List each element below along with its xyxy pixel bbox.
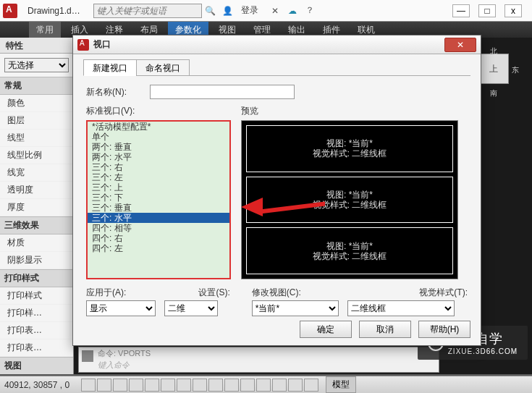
prop-row[interactable]: 线宽 [0,164,73,182]
prop-section-3d[interactable]: 三维效果 [0,216,73,234]
prop-row[interactable]: 厚度 [0,199,73,216]
app-icon[interactable] [3,4,17,18]
selection-dropdown[interactable]: 无选择 [4,58,69,72]
command-prompt: 命令: VPORTS [79,347,439,360]
window-maximize[interactable]: □ [478,4,496,17]
viewport-config-item[interactable]: 四个: 左 [88,243,229,253]
visual-style-label: 视觉样式(T): [419,287,468,299]
help-button[interactable]: 帮助(H) [418,321,470,338]
viewport-config-item[interactable]: 两个: 垂直 [88,142,229,152]
search-input[interactable] [93,4,202,18]
viewport-config-item[interactable]: 三个: 上 [88,182,229,193]
status-toggle[interactable] [113,379,127,392]
preview-style-text: 视觉样式: 二维线框 [313,148,387,159]
status-toggle[interactable] [288,379,303,392]
search-icon[interactable]: 🔍 [204,4,217,17]
coordinates: 40912, 30857 , 0 [4,380,77,390]
preview-pane[interactable]: 视图: *当前* 视觉样式: 二维线框 [246,125,453,172]
viewport-config-item[interactable]: 三个: 左 [88,172,229,182]
viewport-config-item[interactable]: *活动模型配置* [88,122,229,132]
status-toggle[interactable] [272,379,287,392]
status-toggle[interactable] [129,379,143,392]
prop-row[interactable]: 线型比例 [0,147,73,164]
exchange-icon[interactable]: ✕ [269,4,282,17]
preview-pane[interactable]: 视图: *当前* 视觉样式: 二维线框 [246,227,453,274]
statusbar: 40912, 30857 , 0 模型 [0,376,532,393]
viewcube-face[interactable]: 上 [478,54,509,84]
document-title: Drawing1.d… [22,6,86,16]
standard-viewports-list[interactable]: *活动模型配置*单个两个: 垂直两个: 水平三个: 右三个: 左三个: 上三个:… [86,120,231,279]
status-toggle[interactable] [208,379,223,392]
tab-named-viewport[interactable]: 命名视口 [136,59,190,76]
viewport-config-item[interactable]: 三个: 右 [88,162,229,172]
change-view-label: 修改视图(C): [252,287,301,299]
viewcube-south[interactable]: 南 [490,88,497,98]
prop-row[interactable]: 打印表… [0,339,73,357]
commandline[interactable]: 命令: VPORTS 键入命令 [78,347,439,373]
apply-to-select[interactable]: 显示 [86,300,156,316]
viewport-config-item[interactable]: 三个: 下 [88,193,229,203]
window-close[interactable]: x [504,4,522,17]
viewport-config-item[interactable]: 两个: 水平 [88,152,229,162]
dialog-close-button[interactable]: ✕ [444,38,476,52]
prop-row[interactable]: 打印样式 [0,287,73,305]
preview-pane[interactable]: 视图: *当前* 视觉样式: 二维线框 [246,177,453,224]
command-hint[interactable]: 键入命令 [79,360,439,371]
change-view-select[interactable]: *当前* [252,300,339,316]
prop-section-view[interactable]: 视图 [0,357,73,374]
dialog-titlebar[interactable]: 视口 ✕ [73,35,481,54]
status-toggle[interactable] [240,379,255,392]
cloud-icon[interactable]: ☁ [286,4,299,17]
viewport-config-item[interactable]: 单个 [88,132,229,142]
status-toggle[interactable] [224,379,239,392]
preview-view-text: 视图: *当前* [326,190,373,200]
prop-row[interactable]: 透明度 [0,182,73,199]
status-toggle[interactable] [177,379,191,392]
viewcube-east[interactable]: 东 [512,65,519,75]
dialog-title: 视口 [93,38,111,51]
prop-row[interactable]: 阴影显示 [0,252,73,269]
viewcube-north[interactable]: 北 [490,46,497,56]
status-toggle[interactable] [304,379,318,392]
preview-area: 视图: *当前* 视觉样式: 二维线框 视图: *当前* 视觉样式: 二维线框 … [241,120,458,279]
prop-section-plot[interactable]: 打印样式 [0,269,73,287]
cancel-button[interactable]: 取消 [359,321,411,338]
signin-link[interactable]: 登录 [241,4,258,17]
status-toggle[interactable] [161,379,175,392]
viewport-config-item[interactable]: 三个: 水平 [88,213,229,223]
status-toggles [81,379,318,392]
tab-new-viewport[interactable]: 新建视口 [83,59,137,76]
viewport-config-item[interactable]: 四个: 相等 [88,223,229,233]
prop-row[interactable]: 打印样… [0,305,73,322]
setup-select[interactable]: 二维 [164,300,218,316]
prop-row[interactable]: 线型 [0,130,73,147]
prop-row[interactable]: 图层 [0,112,73,130]
setup-label: 设置(S): [198,287,229,299]
prop-row[interactable]: 材质 [0,234,73,252]
status-toggle[interactable] [145,379,159,392]
viewport-config-item[interactable]: 四个: 右 [88,233,229,243]
status-toggle[interactable] [256,379,271,392]
preview-view-text: 视图: *当前* [326,241,373,251]
ribbon-tab-home[interactable]: 常用 [29,22,61,38]
viewport-config-item[interactable]: 三个: 垂直 [88,203,229,213]
window-minimize[interactable]: — [452,4,470,17]
new-name-input[interactable] [150,85,295,99]
commandline-icon [82,350,93,362]
standard-viewports-label: 标准视口(V): [86,105,231,117]
new-name-label: 新名称(N): [86,86,144,98]
signin-icon[interactable]: 👤 [221,4,235,17]
status-toggle[interactable] [81,379,96,392]
preview-style-text: 视觉样式: 二维线框 [313,251,387,261]
status-toggle[interactable] [97,379,111,392]
prop-row[interactable]: 打印表… [0,322,73,339]
titlebar: Drawing1.d… 🔍 👤 登录 ✕ ☁ ？ — □ x [0,0,532,22]
visual-style-select[interactable]: 二维线框 [347,300,455,316]
preview-view-text: 视图: *当前* [326,138,373,148]
ok-button[interactable]: 确定 [300,321,352,338]
status-toggle[interactable] [193,379,207,392]
prop-section-general[interactable]: 常规 [0,77,73,95]
model-space-tab[interactable]: 模型 [326,376,356,393]
help-icon[interactable]: ？ [303,4,316,17]
prop-row[interactable]: 颜色 [0,95,73,112]
